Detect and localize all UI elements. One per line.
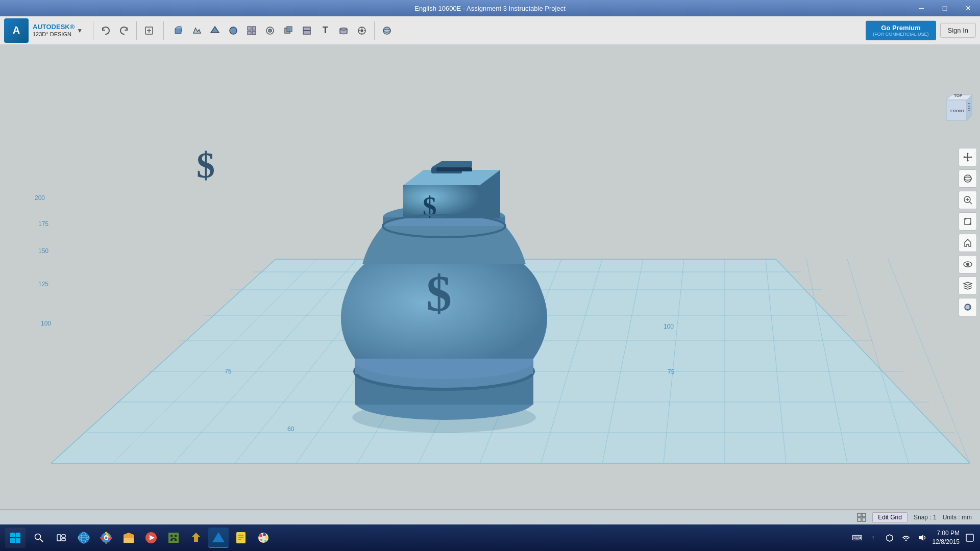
- keyboard-icon[interactable]: ⌨: [851, 532, 863, 544]
- svg-rect-76: [403, 185, 480, 218]
- sketch-tool-button[interactable]: [188, 22, 205, 39]
- windows-security-icon[interactable]: [884, 532, 896, 544]
- svg-rect-110: [857, 518, 861, 521]
- toolbar-separator-1: [93, 21, 93, 40]
- paint-icon: [256, 531, 271, 545]
- task-view-button[interactable]: [51, 528, 71, 548]
- volume-icon[interactable]: [916, 532, 928, 544]
- orbit-tool-button[interactable]: [959, 169, 977, 188]
- maximize-button[interactable]: □: [933, 0, 957, 16]
- measure-tool-button[interactable]: [354, 22, 370, 39]
- svg-rect-113: [16, 533, 20, 537]
- construct-tool-button[interactable]: [207, 22, 223, 39]
- windows-logo-icon: [9, 532, 21, 544]
- snap-label: Snap : 1: [914, 514, 937, 521]
- svg-rect-5: [230, 27, 237, 34]
- start-menu-area[interactable]: [5, 528, 26, 548]
- svg-text:175: 175: [38, 220, 48, 228]
- taskbar-browser-button[interactable]: [74, 528, 94, 548]
- combine-tool-button[interactable]: [280, 22, 297, 39]
- svg-text:$: $: [426, 265, 452, 321]
- close-button[interactable]: ✕: [957, 0, 980, 16]
- snap-tool-button[interactable]: [262, 22, 278, 39]
- svg-rect-9: [252, 31, 256, 35]
- taskbar-files-button[interactable]: [118, 528, 139, 548]
- text-tool-button[interactable]: T: [317, 22, 333, 39]
- window-controls: ─ □ ✕: [910, 0, 980, 16]
- svg-point-116: [35, 534, 41, 540]
- svg-text:$: $: [423, 191, 437, 222]
- notes-icon: [234, 531, 248, 545]
- svg-rect-138: [175, 539, 177, 541]
- right-panel: [955, 90, 980, 316]
- new-object-button[interactable]: [141, 22, 157, 39]
- group-tool-button[interactable]: [335, 22, 352, 39]
- svg-marker-4: [211, 27, 219, 33]
- edit-grid-button[interactable]: Edit Grid: [872, 512, 908, 522]
- sign-in-button[interactable]: Sign In: [940, 23, 976, 38]
- fit-all-button[interactable]: [959, 212, 977, 231]
- svg-rect-118: [57, 535, 61, 541]
- history-toolbar: [97, 22, 132, 39]
- material-tool-button[interactable]: [379, 22, 395, 39]
- pan-tool-button[interactable]: [959, 148, 977, 166]
- go-premium-button[interactable]: Go Premium (FOR COMMERCIAL USE): [866, 20, 936, 40]
- svg-rect-134: [170, 535, 173, 537]
- svg-marker-103: [965, 239, 971, 246]
- svg-point-106: [966, 263, 969, 266]
- arrow-icon[interactable]: ↑: [867, 532, 879, 544]
- modify-tool-button[interactable]: [225, 22, 241, 39]
- clock-date: 12/8/2015: [933, 538, 960, 546]
- svg-text:75: 75: [225, 368, 232, 375]
- undo-button[interactable]: [97, 22, 114, 39]
- minimize-button[interactable]: ─: [910, 0, 933, 16]
- taskbar-123d-button[interactable]: [208, 528, 229, 548]
- svg-point-95: [964, 177, 971, 180]
- svg-rect-7: [252, 27, 256, 30]
- redo-button[interactable]: [116, 22, 132, 39]
- layers-button[interactable]: [959, 277, 977, 295]
- visibility-button[interactable]: [959, 255, 977, 273]
- primitives-toolbar: T: [141, 21, 370, 40]
- system-clock[interactable]: 7:00 PM 12/8/2015: [933, 529, 960, 546]
- 3d-viewport[interactable]: 200 175 150 125 100 75 100 75 60 $: [0, 45, 980, 551]
- app-logo: A: [4, 18, 29, 43]
- units-label: Units : mm: [943, 514, 972, 521]
- svg-point-11: [268, 29, 272, 32]
- network-icon[interactable]: [900, 532, 912, 544]
- taskbar-right: ⌨ ↑ 7:00 PM 12/8/2015: [851, 529, 976, 546]
- wifi-icon: [902, 534, 910, 542]
- split-tool-button[interactable]: [299, 22, 315, 39]
- svg-point-150: [905, 540, 906, 541]
- action-center-icon[interactable]: [964, 532, 976, 544]
- render-button[interactable]: [959, 298, 977, 316]
- view-home-button[interactable]: [959, 234, 977, 252]
- svg-point-128: [105, 537, 108, 539]
- floating-dollar-sign: $: [197, 144, 215, 187]
- taskbar-media-button[interactable]: [141, 528, 161, 548]
- svg-point-22: [383, 27, 390, 34]
- svg-text:60: 60: [287, 425, 295, 433]
- svg-rect-130: [124, 538, 134, 543]
- header-right: Go Premium (FOR COMMERCIAL USE) Sign In: [866, 20, 976, 40]
- taskbar-search-button[interactable]: [29, 528, 49, 548]
- toolbar-separator-3: [163, 21, 164, 40]
- pattern-tool-button[interactable]: [243, 22, 260, 39]
- logo-area[interactable]: A AUTODESK® 123D° DESIGN ▼: [4, 18, 83, 43]
- taskbar-chrome-button[interactable]: [96, 528, 116, 548]
- svg-marker-92: [963, 156, 965, 158]
- taskbar-eagle-button[interactable]: [186, 528, 206, 548]
- svg-rect-112: [10, 533, 15, 537]
- notification-icon: [966, 534, 974, 542]
- taskbar-minecraft-button[interactable]: [163, 528, 184, 548]
- zoom-tool-button[interactable]: [959, 191, 977, 209]
- taskbar-notes-button[interactable]: [231, 528, 251, 548]
- taskbar-paint-button[interactable]: [253, 528, 274, 548]
- box-tool-button[interactable]: [170, 22, 186, 39]
- svg-text:100: 100: [41, 320, 51, 327]
- svg-point-146: [263, 533, 266, 536]
- logo-dropdown-arrow[interactable]: ▼: [77, 27, 83, 34]
- svg-rect-79: [442, 161, 472, 167]
- grid-icon-area: [857, 513, 866, 522]
- svg-rect-8: [248, 31, 251, 35]
